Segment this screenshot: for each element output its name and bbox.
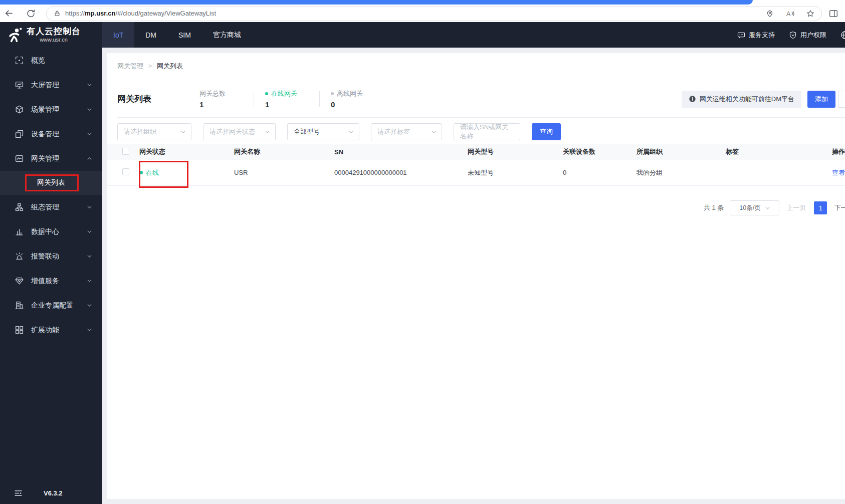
- bar-chart-icon: [15, 227, 24, 236]
- sidebar-item-screen-mgmt[interactable]: 大屏管理: [0, 73, 102, 97]
- partial-cutoff-button[interactable]: [838, 91, 845, 108]
- status-online-badge: 在线: [139, 168, 159, 177]
- row-checkbox[interactable]: [122, 168, 129, 175]
- gateway-icon: [15, 154, 24, 163]
- chevron-down-icon: [87, 82, 92, 88]
- grid-squares-icon: [15, 326, 24, 334]
- gateway-stats: 网关总数 1 在线网关 1 离线网关 0: [199, 89, 374, 109]
- sidebar-item-gateway-mgmt[interactable]: 网关管理: [0, 146, 102, 171]
- service-support-label: 服务支持: [749, 31, 775, 40]
- chevron-down-icon: [431, 129, 437, 135]
- url-text: https://mp.usr.cn/#/cloud/gateway/ViewGa…: [65, 10, 216, 17]
- globe-icon: [840, 31, 845, 40]
- alarm-siren-icon: [15, 252, 24, 261]
- read-aloud-icon[interactable]: A: [786, 10, 794, 18]
- page-size-value: 10条/页: [739, 204, 760, 212]
- breadcrumb-current: 网关列表: [157, 62, 183, 71]
- favorite-star-icon[interactable]: [806, 10, 814, 18]
- browser-toolbar: https://mp.usr.cn/#/cloud/gateway/ViewGa…: [0, 5, 845, 22]
- svg-text:A: A: [786, 11, 791, 18]
- status-text: 在线: [146, 168, 159, 177]
- usr-runner-logo-icon: [7, 28, 22, 43]
- search-button[interactable]: 查询: [532, 123, 561, 140]
- chevron-down-icon: [180, 129, 186, 135]
- sidebar-item-overview[interactable]: 概览: [0, 48, 102, 73]
- sidebar-item-enterprise-config[interactable]: 企业专属配置: [0, 293, 102, 318]
- split-screen-button[interactable]: [829, 9, 838, 18]
- online-dot-icon: [265, 92, 268, 95]
- back-button[interactable]: [0, 6, 17, 21]
- sn-search-input[interactable]: 请输入SN或网关名称: [454, 123, 520, 140]
- page-size-select[interactable]: 10条/页: [730, 200, 779, 215]
- stat-total-value: 1: [199, 100, 243, 109]
- tab-sim[interactable]: SIM: [167, 22, 202, 48]
- overview-icon: [15, 56, 24, 65]
- sidebar-item-alarm-linkage[interactable]: 报警联动: [0, 244, 102, 269]
- sidebar-item-configuration-mgmt[interactable]: 组态管理: [0, 195, 102, 219]
- col-header-org: 所属组织: [637, 147, 726, 156]
- tab-iot[interactable]: IoT: [102, 22, 134, 48]
- user-permission[interactable]: 用户权限: [789, 31, 826, 40]
- sidebar-item-label: 扩展功能: [31, 326, 87, 335]
- next-page-button[interactable]: 下一页: [834, 203, 845, 212]
- gateway-status-select[interactable]: 请选择网关状态: [203, 123, 276, 140]
- sidebar-subitem-gateway-list[interactable]: 网关列表: [0, 171, 102, 195]
- tab-dm[interactable]: DM: [134, 22, 167, 48]
- sidebar-item-value-added-services[interactable]: 增值服务: [0, 269, 102, 293]
- title-actions: 网关运维相关功能可前往DM平台 添加: [682, 91, 845, 108]
- col-header-tag: 标签: [726, 147, 832, 156]
- stat-divider: [319, 91, 320, 107]
- offline-dot-icon: [331, 92, 334, 95]
- device-squares-icon: [15, 130, 24, 138]
- sidebar-item-label: 组态管理: [31, 203, 87, 212]
- stat-total-label: 网关总数: [199, 89, 243, 98]
- app-logo: 有人云控制台 www.usr.cn: [0, 22, 102, 48]
- address-bar-icons: A: [766, 10, 814, 18]
- stat-offline: 离线网关 0: [331, 89, 374, 109]
- stat-online-text: 在线网关: [271, 89, 297, 98]
- pagination-total: 共 1 条: [704, 203, 724, 212]
- sidebar-item-label: 设备管理: [31, 130, 87, 139]
- header-right: 服务支持 用户权限: [737, 22, 845, 48]
- org-select[interactable]: 请选择组织: [117, 123, 191, 140]
- sidebar-item-device-mgmt[interactable]: 设备管理: [0, 122, 102, 146]
- view-link[interactable]: 查看: [832, 169, 845, 176]
- app-title: 有人云控制台: [27, 27, 81, 37]
- location-pin-icon[interactable]: [766, 10, 774, 18]
- tab-official-store[interactable]: 官方商城: [202, 22, 252, 48]
- org-chart-icon: [15, 203, 24, 211]
- refresh-button[interactable]: [22, 6, 39, 21]
- breadcrumb-separator-icon: >: [148, 63, 152, 70]
- sidebar-item-extensions[interactable]: 扩展功能: [0, 318, 102, 342]
- address-bar[interactable]: https://mp.usr.cn/#/cloud/gateway/ViewGa…: [46, 6, 822, 21]
- col-header-name: 网关名称: [234, 147, 334, 156]
- row-action-cell: 查看: [832, 168, 845, 177]
- prev-page-button[interactable]: 上一页: [786, 203, 806, 212]
- col-header-sn: SN: [334, 148, 468, 156]
- row-name-cell: USR: [234, 169, 334, 176]
- page-1-button[interactable]: 1: [814, 201, 827, 214]
- sidebar-item-scene-mgmt[interactable]: 场景管理: [0, 97, 102, 122]
- app-header: 有人云控制台 www.usr.cn IoT DM SIM 官方商城 服务支持 用…: [0, 22, 845, 48]
- filter-row: 请选择组织 请选择网关状态 全部型号 请选择标签 请输入SN或网关名称 查询: [117, 123, 845, 140]
- row-checkbox-cell: [107, 168, 139, 177]
- collapse-sidebar-icon[interactable]: [14, 489, 23, 497]
- chevron-down-icon: [87, 254, 92, 259]
- service-support[interactable]: 服务支持: [737, 31, 775, 40]
- row-sn-cell: 00004291000000000001: [334, 169, 468, 176]
- breadcrumb-section[interactable]: 网关管理: [117, 62, 143, 71]
- stat-offline-label: 离线网关: [331, 89, 374, 98]
- language-switch[interactable]: [840, 31, 845, 40]
- tag-select[interactable]: 请选择标签: [371, 123, 442, 140]
- sidebar-item-data-center[interactable]: 数据中心: [0, 219, 102, 244]
- sidebar-item-label: 概览: [31, 56, 92, 65]
- url-path: /#/cloud/gateway/ViewGatewayList: [115, 10, 216, 17]
- select-all-checkbox[interactable]: [122, 148, 129, 155]
- platform-tabs: IoT DM SIM 官方商城: [102, 22, 252, 48]
- model-select[interactable]: 全部型号: [287, 123, 359, 140]
- browser-tab-strip: [0, 0, 753, 5]
- col-header-action: 操作: [832, 147, 845, 156]
- row-status-cell: 在线: [139, 168, 234, 177]
- add-gateway-button[interactable]: 添加: [807, 91, 835, 108]
- user-permission-label: 用户权限: [800, 31, 826, 40]
